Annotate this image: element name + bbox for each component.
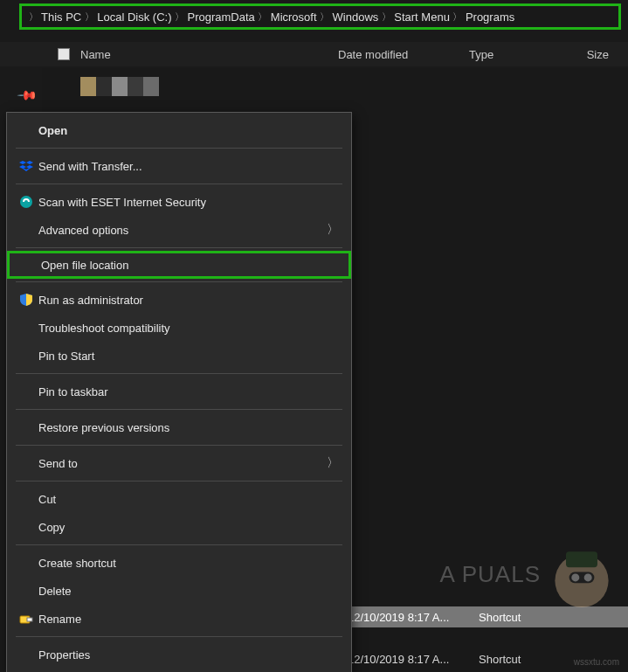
chevron-right-icon: 〉: [319, 10, 331, 24]
breadcrumb-item[interactable]: This PC: [39, 10, 83, 24]
ctx-label: Troubleshoot compatibility: [38, 322, 339, 335]
separator: [16, 281, 342, 282]
ctx-label: Rename: [38, 613, 339, 626]
chevron-right-icon: 〉: [27, 10, 39, 24]
ctx-send-transfer[interactable]: Send with Transfer...: [7, 152, 351, 180]
svg-point-0: [20, 196, 32, 208]
file-date: 12/10/2019 8:17 A...: [348, 653, 479, 666]
chevron-right-icon: 〉: [257, 10, 269, 24]
ctx-label: Create shortcut: [38, 557, 339, 570]
svg-rect-2: [27, 618, 32, 621]
rename-icon: [14, 612, 38, 626]
ctx-rename[interactable]: Rename: [7, 605, 351, 633]
separator: [16, 247, 342, 248]
breadcrumb-item[interactable]: Windows: [331, 10, 381, 24]
breadcrumb-item[interactable]: Start Menu: [392, 10, 452, 24]
ctx-delete[interactable]: Delete: [7, 577, 351, 605]
ctx-properties[interactable]: Properties: [7, 641, 351, 669]
chevron-right-icon: 〉: [327, 455, 339, 471]
chevron-right-icon: 〉: [380, 10, 392, 24]
ctx-label: Send to: [38, 457, 327, 470]
separator: [16, 148, 342, 149]
ctx-advanced-options[interactable]: Advanced options 〉: [7, 216, 351, 244]
ctx-pin-start[interactable]: Pin to Start: [7, 342, 351, 370]
ctx-troubleshoot[interactable]: Troubleshoot compatibility: [7, 314, 351, 342]
ctx-cut[interactable]: Cut: [7, 485, 351, 513]
ctx-label: Advanced options: [38, 224, 327, 237]
separator: [16, 636, 342, 637]
column-headers: Name Date modified Type Size: [0, 42, 628, 66]
column-header-name[interactable]: Name: [80, 48, 338, 61]
ctx-copy[interactable]: Copy: [7, 513, 351, 541]
dropbox-icon: [14, 159, 38, 173]
chevron-right-icon: 〉: [452, 10, 464, 24]
ctx-label: Delete: [38, 585, 339, 598]
shield-icon: [14, 294, 38, 306]
pin-icon: 📌: [16, 84, 38, 107]
separator: [16, 544, 342, 545]
context-menu: Open Send with Transfer... Scan with ESE…: [6, 112, 352, 672]
separator: [16, 445, 342, 446]
ctx-label: Pin to Start: [38, 350, 339, 363]
ctx-create-shortcut[interactable]: Create shortcut: [7, 549, 351, 577]
ctx-label: Open: [38, 124, 339, 137]
eset-icon: [14, 195, 38, 209]
breadcrumb-item[interactable]: Microsoft: [269, 10, 319, 24]
file-date: 12/10/2019 8:17 A...: [348, 611, 479, 624]
ctx-run-admin[interactable]: Run as administrator: [7, 286, 351, 314]
ctx-eset-scan[interactable]: Scan with ESET Internet Security: [7, 188, 351, 216]
column-header-date[interactable]: Date modified: [338, 48, 469, 61]
file-type: Shortcut: [479, 653, 583, 666]
ctx-label: Restore previous versions: [38, 421, 339, 434]
breadcrumb-item[interactable]: Local Disk (C:): [95, 10, 173, 24]
ctx-label: Open file location: [41, 259, 336, 272]
ctx-pin-taskbar[interactable]: Pin to taskbar: [7, 378, 351, 405]
ctx-open-file-location[interactable]: Open file location: [7, 251, 351, 279]
ctx-send-to[interactable]: Send to 〉: [7, 449, 351, 477]
ctx-label: Send with Transfer...: [38, 160, 339, 173]
breadcrumb-item[interactable]: Programs: [464, 10, 516, 24]
ctx-label: Run as administrator: [38, 294, 339, 307]
chevron-right-icon: 〉: [83, 10, 95, 24]
select-all-checkbox[interactable]: [58, 48, 70, 60]
chevron-right-icon: 〉: [327, 222, 339, 238]
separator: [16, 373, 342, 374]
separator: [16, 409, 342, 410]
file-type: Shortcut: [479, 611, 583, 624]
ctx-label: Cut: [38, 493, 339, 506]
breadcrumb-item[interactable]: ProgramData: [185, 10, 256, 24]
column-header-type[interactable]: Type: [469, 48, 574, 61]
separator: [16, 481, 342, 481]
ctx-label: Scan with ESET Internet Security: [38, 196, 339, 209]
ctx-restore-previous[interactable]: Restore previous versions: [7, 413, 351, 441]
column-header-size[interactable]: Size: [574, 48, 609, 61]
ctx-open[interactable]: Open: [7, 116, 351, 144]
chevron-right-icon: 〉: [173, 10, 185, 24]
ctx-label: Properties: [38, 648, 339, 662]
ctx-label: Copy: [38, 521, 339, 534]
separator: [16, 184, 342, 184]
breadcrumb[interactable]: 〉 This PC 〉 Local Disk (C:) 〉 ProgramDat…: [19, 3, 621, 30]
ctx-label: Pin to taskbar: [38, 385, 339, 398]
